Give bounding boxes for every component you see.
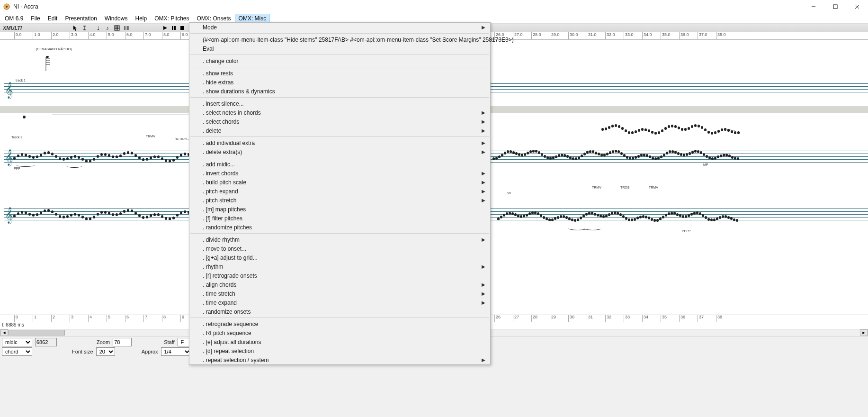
menu-item[interactable]: Eval [189, 44, 490, 53]
menu-item[interactable]: . pitch expand▶ [189, 187, 490, 196]
app-icon [3, 3, 10, 10]
menu-item[interactable]: . [e] adjust all durations [189, 337, 490, 346]
menu-item[interactable]: Mode▶ [189, 23, 490, 32]
note [566, 155, 569, 158]
note [653, 219, 656, 222]
menu-item[interactable]: . pitch stretch▶ [189, 196, 490, 205]
menu-item[interactable]: . insert silence... [189, 99, 490, 108]
note [605, 127, 607, 130]
menu-om-6-9[interactable]: OM 6.9 [1, 14, 27, 23]
note [146, 216, 148, 218]
note [169, 218, 171, 220]
note [736, 219, 738, 222]
note [104, 211, 107, 214]
svg-rect-19 [172, 26, 173, 30]
menu-item[interactable]: . [m] map pitches [189, 205, 490, 214]
menu-item[interactable]: . RI pitch sequence [189, 328, 490, 337]
menu-item[interactable]: . retrograde sequence [189, 319, 490, 328]
menu-item[interactable]: . delete extra(s)▶ [189, 147, 490, 156]
grid-tool-icon[interactable] [113, 24, 121, 32]
close-button[interactable] [846, 0, 868, 13]
menu-item[interactable]: . time expand▶ [189, 298, 490, 307]
menu-item[interactable]: . hide extras [189, 78, 490, 87]
menu-item[interactable]: . repeat selection / system▶ [189, 355, 490, 364]
menu-item[interactable]: . randomize pitches [189, 223, 490, 232]
maximize-button[interactable] [824, 0, 846, 13]
note [44, 209, 46, 212]
menu-item[interactable]: . divide rhythm▶ [189, 235, 490, 244]
menu-item[interactable]: . select chords▶ [189, 117, 490, 126]
fontsize-select[interactable]: 20 [96, 347, 115, 356]
note-tool-icon[interactable]: ♩ [94, 24, 102, 32]
chord-select[interactable]: chord [2, 347, 32, 356]
note [628, 131, 630, 134]
scroll-left-button[interactable]: ◄ [0, 329, 8, 336]
play-button[interactable] [161, 24, 170, 32]
note [649, 155, 651, 158]
note [622, 215, 625, 218]
note-tool-sharp-icon[interactable]: ♪ [103, 24, 112, 32]
note [555, 155, 557, 158]
stop-button[interactable] [178, 24, 187, 32]
menu-item[interactable]: . invert chords▶ [189, 169, 490, 178]
note [684, 128, 687, 131]
note [701, 126, 703, 129]
menu-edit[interactable]: Edit [44, 14, 62, 23]
menu-item[interactable]: . rhythm▶ [189, 262, 490, 271]
note [669, 150, 671, 153]
note [89, 160, 91, 163]
menu-item[interactable]: . randomize onsets [189, 307, 490, 316]
menu-help[interactable]: Help [131, 14, 151, 23]
submenu-arrow-icon: ▶ [482, 110, 485, 115]
arrow-tool-icon[interactable] [71, 24, 80, 32]
menu-omx-misc[interactable]: OMX: Misc [235, 14, 270, 23]
note [603, 154, 606, 156]
zoom-input[interactable] [113, 338, 132, 346]
approx-select[interactable]: 1/4 [161, 347, 191, 356]
midic-input[interactable] [35, 338, 57, 346]
menu-omx-onsets[interactable]: OMX: Onsets [193, 14, 235, 23]
ruler-tick: 2 [51, 315, 55, 322]
menu-item[interactable]: . show durations & dynamics [189, 87, 490, 96]
menu-item[interactable]: . add midic... [189, 160, 490, 169]
submenu-arrow-icon: ▶ [482, 282, 485, 287]
note [104, 153, 107, 156]
submenu-arrow-icon: ▶ [482, 237, 485, 242]
note [668, 212, 670, 215]
menu-item[interactable]: . align chords▶ [189, 280, 490, 289]
menu-item[interactable]: . [r] retrograde onsets [189, 271, 490, 280]
note [59, 215, 61, 218]
menu-item[interactable]: . change color [189, 56, 490, 65]
cols-tool-icon[interactable] [122, 24, 131, 32]
minimize-button[interactable] [803, 0, 824, 13]
menu-file[interactable]: File [27, 14, 44, 23]
menu-item[interactable]: . [d] repeat selection [189, 346, 490, 355]
note [153, 155, 156, 158]
menu-omx-pitches[interactable]: OMX: Pitches [151, 14, 193, 23]
scroll-thumb[interactable] [8, 330, 65, 335]
menu-item[interactable]: (#<om-api::om-menu-item-class "Hide stem… [189, 35, 490, 44]
note [574, 219, 576, 222]
menu-item[interactable]: . show rests [189, 69, 490, 78]
midic-select[interactable]: midic [2, 338, 32, 346]
menu-item[interactable]: . [g+a] adjust to grid... [189, 253, 490, 262]
menu-item[interactable]: . add individual extra▶ [189, 138, 490, 147]
menu-item[interactable]: . [f] filter pitches [189, 214, 490, 223]
menu-item[interactable]: . time stretch▶ [189, 289, 490, 298]
menu-item[interactable]: . select notes in chords▶ [189, 108, 490, 117]
menu-presentation[interactable]: Presentation [61, 14, 100, 23]
text-cursor-icon[interactable] [81, 24, 89, 32]
note [714, 157, 716, 160]
menu-item[interactable]: . build pitch scale▶ [189, 178, 490, 187]
submenu-arrow-icon: ▶ [482, 300, 485, 305]
note [716, 218, 718, 220]
note [21, 153, 23, 156]
menu-item[interactable]: . delete▶ [189, 126, 490, 135]
menu-item[interactable]: . move to onset... [189, 244, 490, 253]
note [28, 213, 31, 216]
scroll-right-button[interactable]: ► [860, 329, 868, 336]
note [112, 155, 114, 158]
note [577, 218, 579, 221]
pause-button[interactable] [170, 24, 178, 32]
menu-windows[interactable]: Windows [101, 14, 132, 23]
